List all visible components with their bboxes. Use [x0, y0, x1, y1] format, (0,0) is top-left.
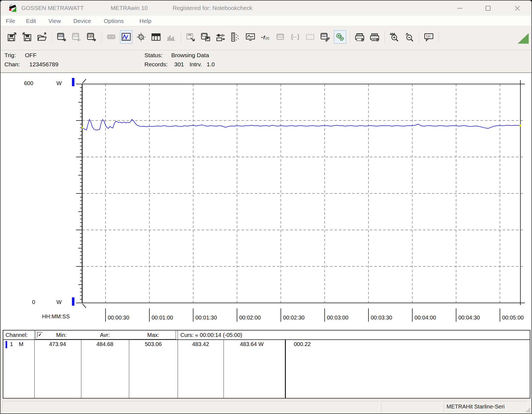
status-label: Status:	[144, 52, 162, 59]
print-icon	[370, 32, 380, 42]
trigger-config-button[interactable]	[214, 30, 227, 44]
table-view-icon	[151, 32, 161, 42]
save-file-button[interactable]	[6, 30, 18, 44]
comment-button[interactable]: TX²	[423, 30, 435, 44]
statusbar-segment-middle	[381, 401, 442, 412]
svg-text:321: 321	[59, 34, 63, 37]
menu-help[interactable]: Help	[139, 18, 151, 24]
lcd-panel-button[interactable]: 1257	[105, 30, 117, 44]
avr-column-header: Avr:	[100, 332, 110, 338]
channel-visible-checkbox[interactable]: ✓	[37, 332, 43, 338]
print-preview-button[interactable]	[354, 30, 366, 44]
title-registration: Registered for: Notebookcheck	[173, 5, 252, 11]
formula-button[interactable]: f(x)	[259, 30, 271, 44]
table-header-divider	[3, 339, 530, 340]
power-trace-chart[interactable]: 00:00:3000:01:0000:01:3000:02:0000:02:30…	[1, 73, 528, 330]
table-divider	[34, 331, 35, 398]
app-window: GOSSEN METRAWATT METRAwin 10 Registered …	[0, 0, 532, 414]
table-divider	[224, 339, 224, 398]
zoom-out-icon	[404, 32, 414, 42]
menu-options[interactable]: Options	[104, 18, 124, 24]
svg-text:M: M	[90, 34, 92, 37]
max-value: 503.06	[145, 341, 162, 347]
statusbar: METRAHit Starline-Seri	[1, 400, 531, 413]
maximize-icon	[485, 5, 491, 11]
svg-text:00:02:00: 00:02:00	[239, 315, 261, 321]
comment-icon: TX²	[424, 32, 434, 42]
statusbar-segment-device: METRAHit Starline-Seri	[444, 401, 528, 412]
toolbar-separator	[419, 31, 419, 43]
interval-label: Intrv.	[190, 61, 202, 68]
record-list-button[interactable]	[229, 30, 242, 44]
menu-view[interactable]: View	[48, 18, 61, 24]
trig-label: Trig:	[4, 52, 16, 59]
scatter-view-button[interactable]	[135, 30, 147, 44]
lcd-panel-icon: 1257	[106, 32, 116, 42]
trig-value: OFF	[25, 52, 37, 59]
menu-edit[interactable]: Edit	[26, 18, 36, 24]
svg-text:1257: 1257	[109, 36, 113, 38]
link-button[interactable]	[289, 30, 301, 44]
open-file-button[interactable]	[36, 30, 48, 44]
link-icon	[290, 32, 300, 42]
device-store-icon	[201, 32, 211, 42]
settings-gears-icon	[335, 32, 345, 42]
cursor-a-value: 483.42	[192, 341, 209, 347]
interval-value: 1.0	[207, 61, 215, 68]
cursor-b-value: 483.64 W	[240, 341, 264, 347]
range-icon	[305, 32, 315, 42]
svg-text:00:05:00: 00:05:00	[502, 315, 524, 321]
svg-text:321: 321	[74, 34, 78, 37]
menu-device[interactable]: Device	[73, 18, 91, 24]
zoom-in-button[interactable]	[388, 30, 400, 44]
cursor-info-header: Curs: « 00:00:14 (-05:00)	[180, 332, 242, 338]
read-memory-button[interactable]: M	[85, 30, 98, 44]
toolbar: 321 321 M 1257	[1, 27, 531, 50]
svg-text:(x): (x)	[265, 36, 269, 40]
print-button[interactable]	[368, 30, 381, 44]
close-button[interactable]	[508, 1, 526, 16]
settings-gears-button[interactable]	[334, 30, 346, 44]
avr-value: 484.68	[96, 341, 113, 347]
svg-text:00:04:30: 00:04:30	[458, 315, 480, 321]
monitor-live-button[interactable]	[244, 30, 256, 44]
device-store-button[interactable]	[199, 30, 212, 44]
device-321-button[interactable]: 321	[274, 30, 286, 44]
resize-grip-icon[interactable]	[525, 407, 531, 413]
maximize-button[interactable]	[479, 1, 497, 16]
svg-text:00:01:00: 00:01:00	[152, 315, 173, 321]
table-divider	[81, 339, 81, 398]
device-edit-icon: 12	[320, 32, 330, 42]
range-button[interactable]	[304, 30, 316, 44]
read-memory-icon: M	[87, 32, 97, 42]
table-view-button[interactable]	[150, 30, 162, 44]
title-app: GOSSEN METRAWATT	[21, 5, 84, 11]
save-as-button[interactable]	[21, 30, 33, 44]
svg-text:00:03:00: 00:03:00	[327, 315, 348, 321]
read-device-2-button[interactable]: 321	[71, 30, 83, 44]
min-value: 473.94	[49, 341, 66, 347]
minimize-button[interactable]	[451, 1, 469, 16]
read-device-2-icon: 321	[72, 32, 82, 42]
export-data-button[interactable]	[185, 30, 197, 44]
chart-view-icon	[121, 32, 131, 42]
table-divider	[129, 339, 129, 398]
toolbar-separator	[52, 31, 52, 43]
monitor-live-icon	[245, 32, 255, 42]
svg-text:321: 321	[278, 35, 282, 38]
chan-value: 123456789	[29, 61, 58, 68]
title-product: METRAwin 10	[111, 5, 148, 11]
channel-number: 1	[10, 341, 13, 347]
device-edit-button[interactable]: 12	[319, 30, 331, 44]
read-device-321-button[interactable]: 321	[56, 30, 68, 44]
measurement-table: Channel: ✓ Min: Avr: Max: Curs: « 00:00:…	[3, 330, 530, 399]
zoom-out-button[interactable]	[403, 30, 415, 44]
channel-column-header: Channel:	[6, 332, 28, 338]
chart-view-button[interactable]	[120, 30, 132, 44]
acquisition-info: Trig: OFF Chan: 123456789 Status: Browsi…	[1, 51, 531, 72]
window-content: GOSSEN METRAWATT METRAwin 10 Registered …	[1, 1, 531, 413]
histogram-view-button[interactable]	[165, 30, 177, 44]
formula-icon: f(x)	[260, 32, 270, 42]
menu-file[interactable]: File	[6, 18, 15, 24]
table-divider	[178, 331, 178, 398]
